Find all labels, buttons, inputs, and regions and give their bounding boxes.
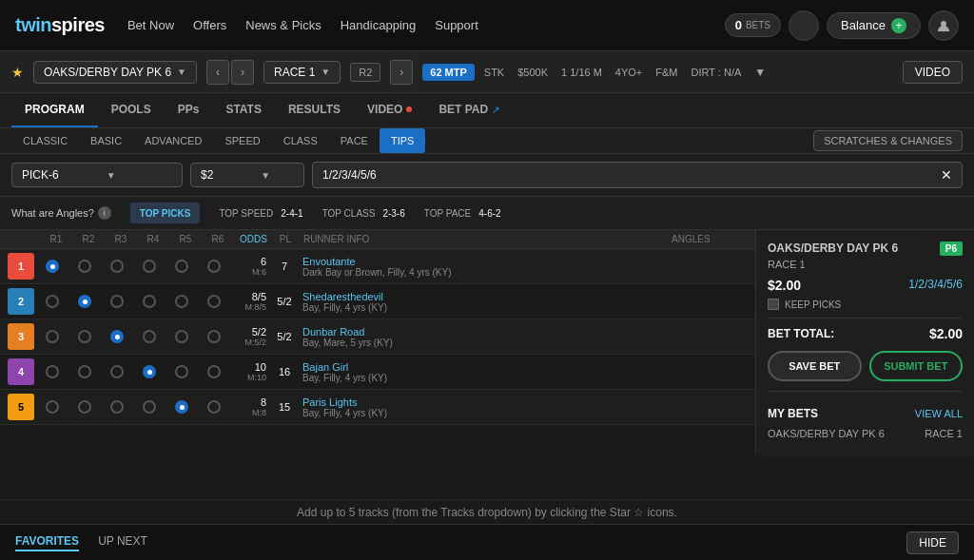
scratches-button[interactable]: SCRATCHES & CHANGES — [813, 130, 963, 151]
up-next-tab[interactable]: UP NEXT — [98, 534, 147, 551]
r2-radio-row5[interactable] — [70, 400, 99, 414]
track-selector[interactable]: OAKS/DERBY DAY PK 6 ▼ — [33, 61, 197, 84]
age-label: 4YO+ — [615, 67, 642, 78]
purse-label: $500K — [517, 67, 548, 78]
r1-radio-row1[interactable] — [38, 260, 67, 273]
avatar-button[interactable] — [928, 10, 959, 41]
r3-radio-row1[interactable] — [103, 260, 131, 273]
r5-radio-row4[interactable] — [167, 365, 196, 378]
r3-radio-row3[interactable] — [103, 330, 131, 343]
r5-radio-row2[interactable] — [167, 295, 196, 308]
tab-video[interactable]: VIDEO — [354, 93, 425, 127]
r3-col-header[interactable]: R3 — [107, 234, 135, 244]
r1-radio-row5[interactable] — [38, 400, 67, 414]
odds-col-header[interactable]: ODDS — [240, 234, 267, 244]
angles-title: What are Angles? i — [11, 206, 111, 220]
r6-radio-row2[interactable] — [200, 295, 228, 308]
bet-type-selector[interactable]: PICK-6 ▼ — [11, 163, 183, 187]
r4-radio-row5[interactable] — [135, 400, 164, 414]
nav-news-picks[interactable]: News & Picks — [245, 18, 321, 32]
r2-radio-row2[interactable] — [70, 295, 99, 308]
r5-radio-row3[interactable] — [167, 330, 196, 343]
pl-row5: 15 — [270, 401, 299, 413]
r2-next[interactable]: › — [390, 60, 413, 85]
r6-radio-row5[interactable] — [200, 400, 228, 414]
no-bets-message: You have no bets for this race. — [768, 454, 963, 455]
tab-results[interactable]: RESULTS — [275, 93, 354, 127]
table-row: 2 8/5M:8/5 5/2 Shedaresthedevil Bay, Fil… — [0, 284, 755, 319]
r6-radio-row1[interactable] — [200, 260, 228, 273]
bet-amount-selector[interactable]: $2 ▼ — [190, 163, 304, 187]
r4-col-header[interactable]: R4 — [139, 234, 167, 244]
balance-button[interactable]: Balance + — [827, 12, 921, 39]
top-class-item: TOP CLASS 2-3-6 — [322, 208, 405, 219]
runner-name-3[interactable]: Dunbar Road — [302, 326, 748, 338]
video-button[interactable]: VIDEO — [903, 61, 963, 84]
runner-name-4[interactable]: Bajan Girl — [302, 361, 748, 373]
r3-radio-row2[interactable] — [103, 295, 131, 308]
runner-row1: Envoutante Dark Bay or Brown, Filly, 4 y… — [302, 256, 748, 278]
favorite-star[interactable]: ★ — [11, 65, 24, 80]
hide-button[interactable]: HIDE — [906, 531, 959, 554]
tab-betpad[interactable]: BET PAD ↗ — [425, 93, 512, 127]
r3-radio-row5[interactable] — [103, 400, 131, 414]
sub-tab-speed[interactable]: SPEED — [213, 128, 271, 153]
sidebar-track-title: OAKS/DERBY DAY PK 6 — [768, 241, 963, 255]
keep-picks-checkbox[interactable] — [768, 299, 779, 310]
r1-radio-row2[interactable] — [38, 295, 67, 308]
r4-radio-row4[interactable] — [135, 365, 164, 378]
race-nav-arrows: ‹ › — [206, 60, 254, 85]
r5-col-header[interactable]: R5 — [171, 234, 200, 244]
r5-radio-row1[interactable] — [167, 260, 196, 273]
favorites-tab[interactable]: FAVORITES — [15, 534, 79, 551]
bets-track-label: OAKS/DERBY DAY PK 6 — [768, 428, 885, 439]
r2-badge[interactable]: R2 — [350, 63, 380, 82]
r6-radio-row4[interactable] — [200, 365, 228, 378]
save-bet-button[interactable]: SAVE BET — [768, 351, 862, 381]
r4-radio-row2[interactable] — [135, 295, 164, 308]
r2-radio-row3[interactable] — [70, 330, 99, 343]
r6-radio-row3[interactable] — [200, 330, 228, 343]
more-info-btn[interactable]: ▼ — [754, 66, 766, 79]
r1-radio-row4[interactable] — [38, 365, 67, 378]
star-icon-status: ☆ — [633, 506, 644, 519]
r6-col-header[interactable]: R6 — [204, 234, 232, 244]
nav-support[interactable]: Support — [435, 18, 478, 32]
r1-col-header[interactable]: R1 — [42, 234, 70, 244]
runner-name-5[interactable]: Paris Lights — [302, 396, 748, 408]
nav-offers[interactable]: Offers — [193, 18, 226, 32]
nav-handicapping[interactable]: Handicapping — [341, 18, 417, 32]
nav-bet-now[interactable]: Bet Now — [127, 18, 174, 32]
r2-radio-row4[interactable] — [70, 365, 99, 378]
sub-tab-class[interactable]: CLASS — [272, 128, 329, 153]
runner-name-1[interactable]: Envoutante — [302, 256, 748, 267]
next-race-arrow[interactable]: › — [231, 60, 254, 85]
info-icon[interactable]: i — [98, 206, 111, 220]
runner-name-2[interactable]: Shedaresthedevil — [302, 291, 748, 302]
r4-radio-row3[interactable] — [135, 330, 164, 343]
tab-program[interactable]: PROGRAM — [11, 93, 98, 127]
view-all-button[interactable]: VIEW ALL — [915, 408, 963, 419]
runner-detail-5: Bay, Filly, 4 yrs (KY) — [302, 408, 748, 418]
sub-tab-advanced[interactable]: ADVANCED — [133, 128, 213, 153]
r2-radio-row1[interactable] — [70, 260, 99, 273]
sub-tab-pace[interactable]: PACE — [329, 128, 380, 153]
r5-radio-row5[interactable] — [167, 400, 196, 414]
r1-radio-row3[interactable] — [38, 330, 67, 343]
clear-combo-button[interactable]: ✕ — [941, 167, 952, 183]
top-speed-value: 2-4-1 — [281, 208, 302, 219]
submit-bet-button[interactable]: SUBMIT BET — [869, 351, 964, 381]
r3-radio-row4[interactable] — [103, 365, 131, 378]
bets-count: 0 — [735, 18, 742, 32]
tab-pps[interactable]: PPs — [165, 93, 213, 127]
tab-stats[interactable]: STATS — [212, 93, 275, 127]
sub-tab-classic[interactable]: CLASSIC — [11, 128, 79, 153]
race-selector[interactable]: RACE 1 ▼ — [263, 61, 341, 84]
r2-col-header[interactable]: R2 — [74, 234, 103, 244]
prev-race-arrow[interactable]: ‹ — [206, 60, 229, 85]
tab-pools[interactable]: POOLS — [98, 93, 165, 127]
sub-tab-basic[interactable]: BASIC — [79, 128, 133, 153]
sub-tab-tips[interactable]: TIPS — [380, 128, 425, 153]
pl-col-header: PL — [271, 234, 300, 244]
r4-radio-row1[interactable] — [135, 260, 164, 273]
